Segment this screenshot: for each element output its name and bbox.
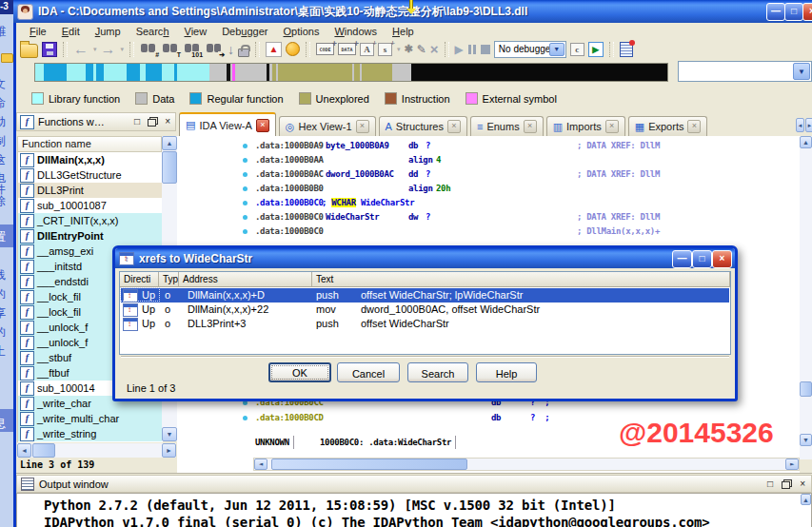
search-binary-icon[interactable]: 101: [184, 42, 202, 56]
save-icon[interactable]: [42, 42, 57, 57]
navigation-band[interactable]: [34, 63, 668, 82]
close-button[interactable]: ×: [802, 3, 812, 21]
lock-icon[interactable]: [238, 49, 249, 57]
string-dropdown-icon[interactable]: ▾: [397, 46, 401, 53]
navigate-forward-icon[interactable]: →: [101, 43, 116, 56]
function-list-item[interactable]: fDllMain(x,x,x): [18, 152, 163, 167]
float-panel-icon[interactable]: [782, 481, 790, 489]
menu-item[interactable]: Edit: [54, 25, 88, 38]
view-tab[interactable]: ≡Enums×: [470, 116, 544, 136]
make-data-icon[interactable]: DATA+: [338, 43, 356, 55]
column-header-type[interactable]: Typ: [159, 272, 179, 287]
scroll-left-icon[interactable]: ◄: [17, 443, 31, 458]
column-header-direction[interactable]: Directi: [120, 272, 159, 287]
help-button[interactable]: Help: [476, 362, 537, 382]
tab-close-icon[interactable]: ×: [605, 120, 619, 133]
menu-item[interactable]: Windows: [327, 25, 385, 38]
disassembly-line[interactable]: .data:1000B0C0 ; DllMain(x,x,x)+: [177, 224, 800, 239]
functions-window-header[interactable]: f Functions w… □ ×: [16, 112, 176, 131]
disassembly-line[interactable]: .data:1000B0A9 byte_1000B0A9 db ? ; DATA…: [177, 139, 800, 153]
attach-process-icon[interactable]: c: [570, 43, 584, 56]
menu-item[interactable]: File: [22, 25, 54, 38]
chevron-down-icon[interactable]: ▼: [793, 63, 810, 80]
tab-close-icon[interactable]: ×: [256, 119, 269, 132]
tab-close-icon[interactable]: ×: [447, 120, 461, 133]
navband-position-marker[interactable]: [409, 0, 413, 12]
maximize-panel-icon[interactable]: □: [765, 479, 775, 489]
menu-item[interactable]: Debugger: [214, 25, 275, 38]
debugger-start-icon[interactable]: ▶: [455, 43, 464, 56]
tab-close-icon[interactable]: ×: [687, 120, 701, 133]
jump-combo[interactable]: ▼: [678, 61, 812, 82]
tab-scroll-left-icon[interactable]: ◄: [796, 118, 804, 132]
problems-warning-icon[interactable]: ▲: [266, 42, 282, 57]
close-panel-icon[interactable]: ×: [163, 117, 172, 127]
make-function-icon[interactable]: ✱: [405, 43, 413, 55]
jump-address-icon[interactable]: ↓: [228, 42, 234, 57]
dialog-minimize-button[interactable]: —: [672, 250, 692, 268]
search-immediate-icon[interactable]: #: [140, 42, 158, 56]
float-panel-icon[interactable]: [148, 119, 156, 127]
minimize-button[interactable]: —: [766, 3, 785, 21]
debugger-pause-icon[interactable]: [467, 45, 477, 54]
scrollbar-thumb[interactable]: [800, 381, 812, 397]
function-list-item[interactable]: fDllEntryPoint: [18, 228, 163, 244]
scroll-up-icon[interactable]: ▲: [162, 136, 177, 150]
scroll-down-icon[interactable]: ▼: [800, 434, 812, 446]
column-header-address[interactable]: Address: [179, 272, 312, 287]
menu-item[interactable]: Search: [129, 25, 177, 38]
close-panel-icon[interactable]: ×: [798, 479, 807, 489]
view-tab[interactable]: ▥Imports×: [546, 116, 625, 136]
tab-close-icon[interactable]: ×: [356, 120, 369, 133]
view-tab[interactable]: ◎Hex View-1×: [279, 116, 376, 136]
edit-icon[interactable]: ✎: [417, 43, 426, 56]
menu-item[interactable]: Jump: [88, 25, 129, 38]
debugger-select[interactable]: No debugger▼: [494, 41, 566, 58]
function-list-item[interactable]: fDLL3GetStructure: [18, 167, 163, 183]
chevron-down-icon[interactable]: ▼: [549, 43, 564, 56]
make-string-icon[interactable]: s+: [378, 43, 392, 56]
run-script-icon[interactable]: ▶: [588, 42, 604, 57]
view-tab[interactable]: ▤IDA View-A×: [179, 112, 276, 136]
cancel-button[interactable]: Cancel: [337, 362, 400, 382]
disassembly-horizontal-scrollbar[interactable]: ◄ ►: [253, 458, 800, 471]
scroll-up-icon[interactable]: ▲: [800, 136, 812, 148]
search-text-icon[interactable]: T: [162, 42, 180, 56]
disassembly-line[interactable]: .data:1000B0C0 WideCharStr dw ? ; DATA X…: [177, 210, 800, 224]
function-list-item[interactable]: f_CRT_INIT(x,x,x): [18, 213, 163, 228]
disassembly-line[interactable]: .data:1000B0B0 align 20h: [177, 182, 800, 196]
disassembly-vertical-scrollbar[interactable]: ▲ ▼: [800, 136, 812, 459]
disassembly-line[interactable]: .data:1000B0AC dword_1000B0AC dd ? ; DAT…: [177, 167, 800, 182]
dialog-title-bar[interactable]: xrefs to WideCharStr: [115, 248, 735, 268]
function-list-item[interactable]: f_write_multi_char: [18, 411, 163, 426]
output-scroll-up-icon[interactable]: ▲: [801, 494, 811, 505]
output-log[interactable]: Python 2.7.2 (default, Jun 12 2011, 15:0…: [16, 493, 812, 527]
scrollbar-thumb[interactable]: [32, 443, 55, 458]
menu-item[interactable]: Help: [385, 25, 422, 38]
scrollbar-thumb[interactable]: [162, 151, 177, 184]
xref-row[interactable]: Up o DLL3Print+3 push offset WideCharStr: [121, 317, 729, 331]
view-tab[interactable]: ▦Exports×: [628, 116, 708, 136]
make-code-icon[interactable]: CODE+: [316, 43, 334, 55]
scroll-right-icon[interactable]: ►: [162, 443, 176, 458]
xref-row[interactable]: Up o DllMain(x,x,x)+D push offset WideCh…: [121, 288, 729, 303]
navigate-back-icon[interactable]: ←: [73, 43, 89, 56]
notepad-icon[interactable]: [620, 42, 633, 57]
scroll-left-icon[interactable]: ◄: [254, 459, 267, 470]
maximize-panel-icon[interactable]: □: [132, 117, 142, 127]
scroll-down-icon[interactable]: ▼: [162, 427, 177, 441]
forward-dropdown-icon[interactable]: ▾: [121, 46, 125, 53]
functions-horizontal-scrollbar[interactable]: ◄ ►: [17, 443, 176, 458]
function-list-item[interactable]: fDLL3Print: [18, 183, 163, 198]
dialog-close-button[interactable]: ×: [712, 250, 732, 268]
functions-column-header[interactable]: Function name: [17, 136, 162, 152]
view-tab[interactable]: AStructures×: [379, 116, 467, 136]
ok-button[interactable]: OK: [268, 362, 331, 382]
menu-item[interactable]: View: [177, 25, 215, 38]
menu-item[interactable]: Options: [276, 25, 327, 38]
back-dropdown-icon[interactable]: ▾: [93, 46, 97, 53]
xref-row[interactable]: Up o DllMain(x,x,x)+22 mov dword_1000B0A…: [121, 303, 729, 317]
tab-close-icon[interactable]: ×: [524, 120, 537, 133]
column-header-text[interactable]: Text: [312, 272, 730, 287]
make-name-icon[interactable]: A+: [360, 43, 374, 56]
